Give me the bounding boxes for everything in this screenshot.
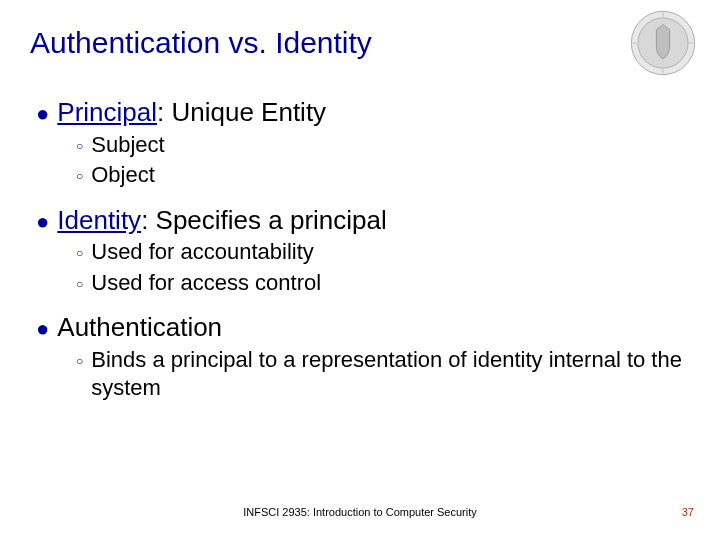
sub-item: ○ Object bbox=[76, 161, 690, 190]
sub-group-authentication: ○ Binds a principal to a representation … bbox=[36, 346, 690, 403]
disc-bullet-icon: ● bbox=[36, 211, 49, 233]
sub-item: ○ Subject bbox=[76, 131, 690, 160]
term-principal: Principal bbox=[57, 97, 157, 127]
slide-content: ● Principal: Unique Entity ○ Subject ○ O… bbox=[30, 96, 690, 403]
rest-identity: : Specifies a principal bbox=[141, 205, 387, 235]
bullet-authentication: ● Authentication bbox=[36, 311, 690, 344]
bullet-identity: ● Identity: Specifies a principal bbox=[36, 204, 690, 237]
disc-bullet-icon: ● bbox=[36, 103, 49, 125]
sub-group-identity: ○ Used for accountability ○ Used for acc… bbox=[36, 238, 690, 297]
footer-page-number: 37 bbox=[682, 506, 694, 518]
sub-text: Binds a principal to a representation of… bbox=[91, 346, 690, 403]
slide-title: Authentication vs. Identity bbox=[30, 26, 690, 60]
sub-text: Subject bbox=[91, 131, 164, 160]
sub-text: Used for access control bbox=[91, 269, 321, 298]
term-authentication: Authentication bbox=[57, 312, 222, 342]
sub-text: Used for accountability bbox=[91, 238, 314, 267]
bullet-principal: ● Principal: Unique Entity bbox=[36, 96, 690, 129]
slide: Authentication vs. Identity ● Principal:… bbox=[0, 0, 720, 540]
circle-bullet-icon: ○ bbox=[76, 170, 83, 182]
circle-bullet-icon: ○ bbox=[76, 278, 83, 290]
sub-item: ○ Used for accountability bbox=[76, 238, 690, 267]
sub-text: Object bbox=[91, 161, 155, 190]
circle-bullet-icon: ○ bbox=[76, 140, 83, 152]
rest-principal: : Unique Entity bbox=[157, 97, 326, 127]
circle-bullet-icon: ○ bbox=[76, 355, 83, 367]
seal-logo bbox=[630, 10, 696, 76]
disc-bullet-icon: ● bbox=[36, 318, 49, 340]
circle-bullet-icon: ○ bbox=[76, 247, 83, 259]
sub-group-principal: ○ Subject ○ Object bbox=[36, 131, 690, 190]
footer-course: INFSCI 2935: Introduction to Computer Se… bbox=[0, 506, 720, 518]
term-identity: Identity bbox=[57, 205, 141, 235]
sub-item: ○ Binds a principal to a representation … bbox=[76, 346, 690, 403]
sub-item: ○ Used for access control bbox=[76, 269, 690, 298]
